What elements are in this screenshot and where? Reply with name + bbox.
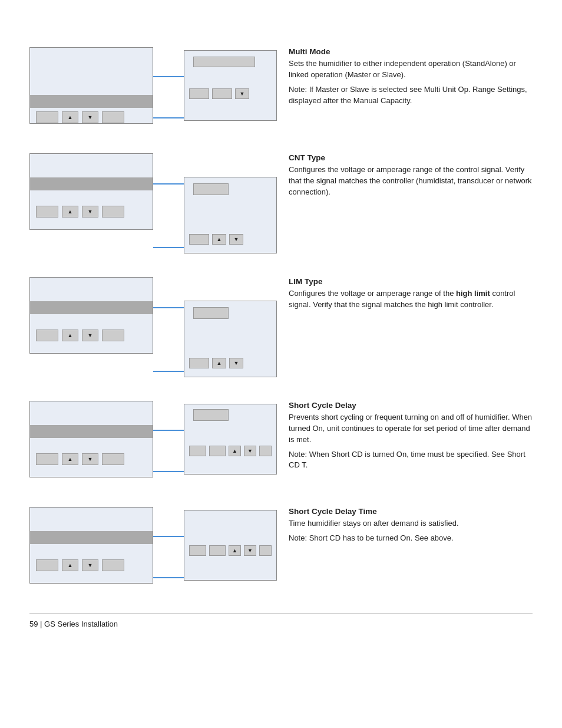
- left-sct-btn-up[interactable]: ▲: [62, 559, 78, 571]
- left-sc-btn-down[interactable]: ▼: [82, 453, 98, 465]
- right-sct-btn-1[interactable]: [189, 545, 206, 556]
- diagram-multi-mode: ▲ ▼ ▼: [29, 47, 277, 130]
- footer-text: 59 | GS Series Installation: [29, 620, 118, 628]
- right-screen-sc: ▲ ▼: [184, 404, 277, 475]
- left-btn-1[interactable]: [36, 111, 58, 123]
- left-btn-up[interactable]: ▲: [62, 111, 78, 123]
- title-multi-mode: Multi Mode: [289, 47, 533, 56]
- desc-multi-mode: Multi Mode Sets the humidifier to either…: [277, 47, 533, 106]
- page-footer: 59 | GS Series Installation: [29, 613, 533, 628]
- text-cnt-type: Configures the voltage or amperage range…: [289, 164, 533, 198]
- diagram-lim-type: ▲ ▼ ▲ ▼: [29, 277, 277, 377]
- desc-lim-type: LIM Type Configures the voltage or amper…: [277, 277, 533, 314]
- bold-high-limit: high limit: [456, 289, 490, 298]
- right-screen-multi: ▼: [184, 50, 277, 121]
- desc-sc-time: Short Cycle Delay Time Time humidifier s…: [277, 507, 533, 544]
- right-sc-btn-3[interactable]: [259, 446, 272, 456]
- right-sct-btn-down[interactable]: ▼: [244, 545, 256, 556]
- desc-short-cycle: Short Cycle Delay Prevents short cycling…: [277, 401, 533, 471]
- section-short-cycle-time: ▲ ▼ ▲ ▼: [29, 507, 533, 589]
- right-sct-btn-3[interactable]: [259, 545, 272, 556]
- note-sc-time: Note: Short CD has to be turned On. See …: [289, 533, 533, 544]
- right-screen-cnt: ▲ ▼: [184, 177, 277, 253]
- left-sc-btn-2[interactable]: [102, 453, 124, 465]
- left-cnt-btn-down[interactable]: ▼: [82, 206, 98, 218]
- note-multi-mode: Note: If Master or Slave is selected see…: [289, 84, 533, 107]
- left-sc-btn-1[interactable]: [36, 453, 58, 465]
- text-multi-mode: Sets the humidifier to either independen…: [289, 58, 533, 81]
- desc-cnt-type: CNT Type Configures the voltage or amper…: [277, 153, 533, 202]
- right-cnt-btn-1[interactable]: [189, 234, 209, 245]
- left-sc-btn-up[interactable]: ▲: [62, 453, 78, 465]
- left-cnt-btn-up[interactable]: ▲: [62, 206, 78, 218]
- left-sct-btn-down[interactable]: ▼: [82, 559, 98, 571]
- title-short-cycle: Short Cycle Delay: [289, 401, 533, 410]
- left-screen-sc: ▲ ▼: [29, 401, 153, 477]
- left-screen: ▲ ▼: [29, 47, 153, 124]
- title-sc-time: Short Cycle Delay Time: [289, 507, 533, 516]
- left-sct-btn-1[interactable]: [36, 559, 58, 571]
- diagram-cnt-type: ▲ ▼ ▲ ▼: [29, 153, 277, 253]
- title-cnt-type: CNT Type: [289, 153, 533, 162]
- right-sct-btn-up[interactable]: ▲: [229, 545, 241, 556]
- left-screen-cnt: ▲ ▼: [29, 153, 153, 230]
- right-sc-btn-down[interactable]: ▼: [244, 446, 256, 456]
- text-short-cycle: Prevents short cycling or frequent turni…: [289, 412, 533, 446]
- section-short-cycle-delay: ▲ ▼ ▲ ▼: [29, 401, 533, 483]
- right-sc-btn-up[interactable]: ▲: [229, 446, 241, 456]
- right-cnt-btn-down[interactable]: ▼: [229, 234, 243, 245]
- right-lim-btn-up[interactable]: ▲: [212, 358, 226, 368]
- right-lim-btn-down[interactable]: ▼: [229, 358, 243, 368]
- left-lim-btn-2[interactable]: [102, 330, 124, 341]
- left-lim-btn-down[interactable]: ▼: [82, 330, 98, 341]
- section-lim-type: ▲ ▼ ▲ ▼: [29, 277, 533, 377]
- left-cnt-btn-2[interactable]: [102, 206, 124, 218]
- diagram-sc-time: ▲ ▼ ▲ ▼: [29, 507, 277, 589]
- right-screen-sct: ▲ ▼: [184, 510, 277, 581]
- left-cnt-btn-1[interactable]: [36, 206, 58, 218]
- left-btn-down[interactable]: ▼: [82, 111, 98, 123]
- right-screen-lim: ▲ ▼: [184, 301, 277, 377]
- section-multi-mode: ▲ ▼ ▼: [29, 47, 533, 130]
- page: ▲ ▼ ▼: [0, 0, 562, 652]
- text-lim-type: Configures the voltage or amperage range…: [289, 288, 533, 311]
- title-lim-type: LIM Type: [289, 277, 533, 286]
- diagram-short-cycle: ▲ ▼ ▲ ▼: [29, 401, 277, 483]
- left-screen-lim: ▲ ▼: [29, 277, 153, 354]
- right-btn-1[interactable]: [189, 88, 209, 99]
- section-cnt-type: ▲ ▼ ▲ ▼: [29, 153, 533, 253]
- note-short-cycle: Note: When Short CD is turned On, time m…: [289, 449, 533, 472]
- left-lim-btn-1[interactable]: [36, 330, 58, 341]
- right-sc-btn-2[interactable]: [209, 446, 226, 456]
- left-btn-2[interactable]: [102, 111, 124, 123]
- right-btn-2[interactable]: [212, 88, 232, 99]
- right-btn-down[interactable]: ▼: [235, 88, 249, 99]
- left-screen-sct: ▲ ▼: [29, 507, 153, 584]
- right-lim-btn-1[interactable]: [189, 358, 209, 368]
- left-lim-btn-up[interactable]: ▲: [62, 330, 78, 341]
- text-sc-time: Time humidifier stays on after demand is…: [289, 518, 533, 529]
- left-sct-btn-2[interactable]: [102, 559, 124, 571]
- right-cnt-btn-up[interactable]: ▲: [212, 234, 226, 245]
- right-sc-btn-1[interactable]: [189, 446, 206, 456]
- right-sct-btn-2[interactable]: [209, 545, 226, 556]
